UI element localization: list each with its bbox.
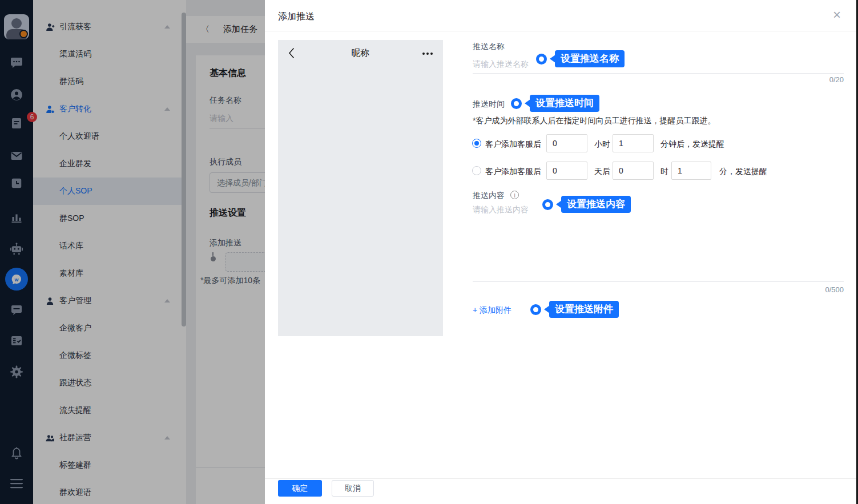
callout-text: 设置推送内容: [561, 196, 631, 213]
phone-preview: 昵称: [278, 40, 443, 336]
callout-text: 设置推送名称: [555, 50, 625, 67]
preview-nickname: 昵称: [278, 47, 443, 59]
push-name-input[interactable]: 请输入推送名称: [473, 59, 529, 70]
option1-hours-input[interactable]: [546, 134, 587, 152]
annotation-marker-content: [542, 199, 553, 210]
radio-option-hours-selected[interactable]: [472, 139, 481, 148]
option1-label: 客户添加客服后: [485, 139, 541, 150]
add-push-modal: 添加推送 × 昵称 推送名称 请输入推送名称 0/20 设置推送名称 推送时间 …: [265, 0, 856, 504]
push-content-label: 推送内容: [473, 191, 505, 201]
app-window: 6 w: [0, 0, 858, 504]
option2-label: 客户添加客服后: [485, 167, 541, 177]
modal-header: 添加推送 ×: [265, 0, 856, 31]
annotation-callout-name: 设置推送名称: [550, 50, 625, 67]
option2-days-unit: 天后: [594, 167, 610, 177]
add-attachment-link[interactable]: + 添加附件: [473, 305, 511, 316]
annotation-marker-attachment: [530, 304, 541, 315]
option2-hours-input[interactable]: [613, 162, 654, 180]
push-content-textarea[interactable]: 请输入推送内容: [473, 205, 529, 215]
content-char-counter: 0/500: [825, 285, 844, 294]
close-icon[interactable]: ×: [829, 7, 845, 23]
annotation-callout-attachment: 设置推送附件: [544, 301, 619, 318]
option1-minutes-input[interactable]: [613, 134, 654, 152]
cancel-button[interactable]: 取消: [332, 480, 374, 497]
annotation-callout-content: 设置推送内容: [556, 196, 631, 213]
preview-more-icon[interactable]: [422, 53, 433, 55]
option2-minutes-input[interactable]: [671, 162, 711, 180]
option2-hours-unit: 时: [660, 167, 668, 177]
push-name-label: 推送名称: [473, 42, 505, 52]
option2-suffix: 分，发送提醒: [719, 167, 767, 177]
modal-footer-divider: [265, 478, 856, 479]
push-time-note: *客户成为外部联系人后在指定时间向员工进行推送，提醒员工跟进。: [473, 116, 715, 126]
name-char-counter: 0/20: [829, 75, 844, 84]
confirm-button[interactable]: 确定: [278, 480, 322, 497]
option1-hours-unit: 小时: [594, 139, 610, 150]
modal-title: 添加推送: [278, 11, 315, 23]
annotation-marker-name: [536, 54, 547, 64]
callout-text: 设置推送附件: [549, 301, 619, 318]
annotation-callout-time: 设置推送时间: [525, 95, 599, 112]
push-name-underline: [473, 73, 844, 74]
callout-text: 设置推送时间: [530, 95, 599, 112]
info-icon[interactable]: i: [510, 191, 519, 199]
push-content-underline: [473, 281, 844, 282]
option2-days-input[interactable]: [546, 162, 587, 180]
option1-suffix: 分钟后，发送提醒: [660, 139, 724, 150]
radio-option-days[interactable]: [472, 166, 481, 175]
push-time-label: 推送时间: [473, 99, 505, 110]
annotation-marker-time: [511, 98, 522, 109]
